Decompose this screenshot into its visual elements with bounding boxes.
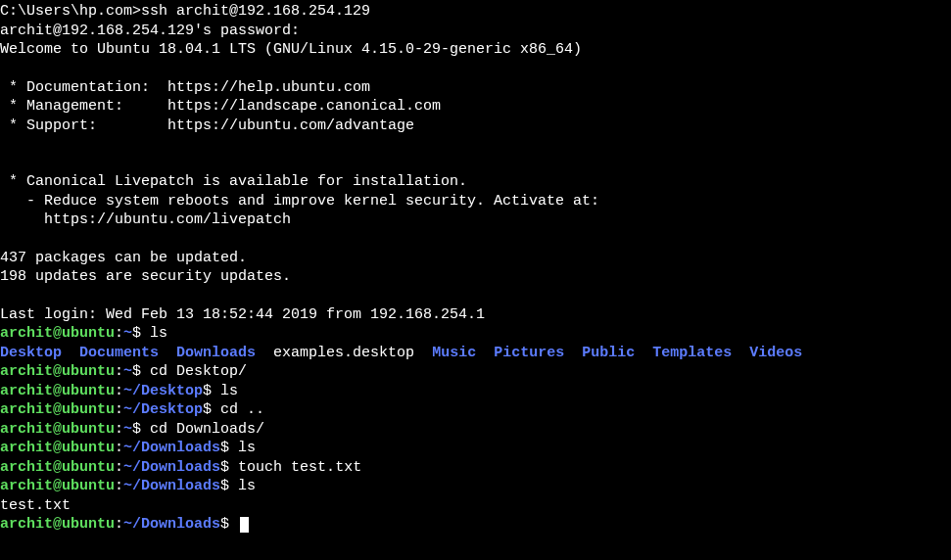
livepatch-line-1: * Canonical Livepatch is available for i… xyxy=(0,172,951,192)
ls-command: ls xyxy=(220,383,238,399)
ls-output-home: Desktop Documents Downloads examples.des… xyxy=(0,344,951,363)
terminal-output[interactable]: C:\Users\hp.com>ssh archit@192.168.254.1… xyxy=(0,0,951,537)
cmd-line-cd-desktop: archit@ubuntu:~$ cd Desktop/ xyxy=(0,362,951,382)
file-examples: examples.desktop xyxy=(273,345,414,361)
ssh-command: ssh archit@192.168.254.129 xyxy=(141,3,370,20)
blank-line xyxy=(0,60,951,78)
dir-templates: Templates xyxy=(652,345,732,361)
dir-downloads: Downloads xyxy=(176,345,256,361)
blank-line xyxy=(0,230,951,249)
cmd-line-ssh: C:\Users\hp.com>ssh archit@192.168.254.1… xyxy=(0,2,951,22)
cmd-line-ls-downloads-1: archit@ubuntu:~/Downloads$ ls xyxy=(0,439,951,458)
dir-videos: Videos xyxy=(749,345,802,361)
last-login-line: Last login: Wed Feb 13 18:52:44 2019 fro… xyxy=(0,305,951,325)
blank-line xyxy=(0,154,951,172)
livepatch-line-2: - Reduce system reboots and improve kern… xyxy=(0,192,951,211)
mgmt-line: * Management: https://landscape.canonica… xyxy=(0,97,951,117)
dir-documents: Documents xyxy=(79,345,159,361)
dir-desktop: Desktop xyxy=(0,345,62,361)
touch-command: touch test.txt xyxy=(238,459,361,476)
cmd-line-cd-up: archit@ubuntu:~/Desktop$ cd .. xyxy=(0,400,951,420)
cd-command: cd Downloads/ xyxy=(150,421,264,438)
ls-command: ls xyxy=(238,440,256,456)
updates-line-2: 198 updates are security updates. xyxy=(0,267,951,287)
cd-command: cd Desktop/ xyxy=(150,363,247,380)
cmd-line-ls-downloads-2: archit@ubuntu:~/Downloads$ ls xyxy=(0,477,951,496)
cmd-line-ls-desktop: archit@ubuntu:~/Desktop$ ls xyxy=(0,382,951,401)
blank-line xyxy=(0,287,951,305)
livepatch-line-3: https://ubuntu.com/livepatch xyxy=(0,210,951,230)
active-prompt-line[interactable]: archit@ubuntu:~/Downloads$ xyxy=(0,515,951,535)
cd-command: cd .. xyxy=(220,401,264,418)
blank-line xyxy=(0,135,951,154)
cmd-line-touch: archit@ubuntu:~/Downloads$ touch test.tx… xyxy=(0,458,951,478)
windows-prompt: C:\Users\hp.com> xyxy=(0,3,141,20)
dir-music: Music xyxy=(432,345,476,361)
password-prompt-line: archit@192.168.254.129's password: xyxy=(0,22,951,41)
cmd-line-ls-home: archit@ubuntu:~$ ls xyxy=(0,324,951,344)
doc-line: * Documentation: https://help.ubuntu.com xyxy=(0,78,951,98)
support-line: * Support: https://ubuntu.com/advantage xyxy=(0,117,951,136)
ls-output-downloads: test.txt xyxy=(0,496,951,516)
cursor-icon[interactable] xyxy=(240,517,249,533)
dir-pictures: Pictures xyxy=(494,345,564,361)
updates-line-1: 437 packages can be updated. xyxy=(0,249,951,268)
ls-command: ls xyxy=(150,325,167,342)
welcome-line: Welcome to Ubuntu 18.04.1 LTS (GNU/Linux… xyxy=(0,40,951,60)
ls-command: ls xyxy=(238,478,256,494)
cmd-line-cd-downloads: archit@ubuntu:~$ cd Downloads/ xyxy=(0,420,951,440)
dir-public: Public xyxy=(582,345,635,361)
